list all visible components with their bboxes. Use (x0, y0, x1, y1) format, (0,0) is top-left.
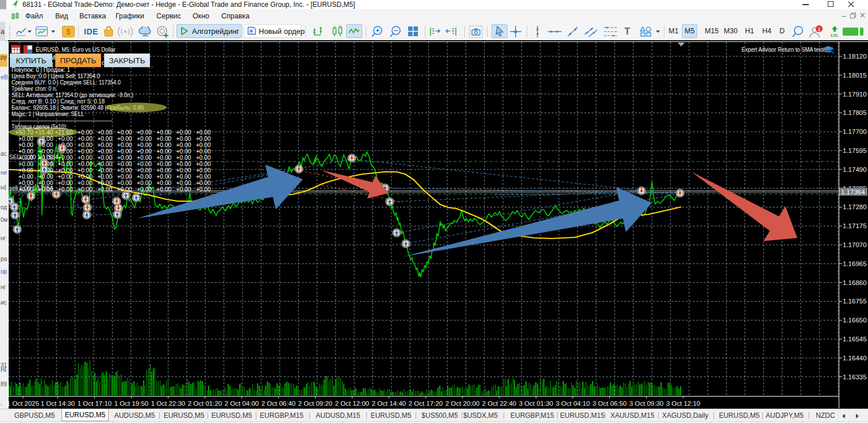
svg-text:3 Oct 12:10: 3 Oct 12:10 (666, 400, 700, 407)
svg-text:+0.00: +0.00 (39, 174, 53, 180)
svg-text:+0.00: +0.00 (176, 161, 191, 167)
svg-text:+0.00: +0.00 (117, 167, 132, 174)
svg-text:+0.00: +0.00 (58, 174, 73, 180)
svg-text:+0.00: +0.00 (196, 142, 211, 148)
svg-text:+0.00: +0.00 (58, 136, 73, 142)
svg-text:+0.00: +0.00 (176, 129, 191, 136)
svg-text:+0.00: +0.00 (78, 136, 93, 142)
svg-text:1.16755: 1.16755 (843, 298, 867, 305)
svg-text:1.18120: 1.18120 (843, 53, 867, 60)
svg-text:+0.00: +0.00 (97, 129, 112, 136)
svg-text:+0.00: +0.00 (117, 155, 132, 161)
svg-text:2 Oct 01:20: 2 Oct 01:20 (188, 400, 222, 407)
svg-text:1.16440: 1.16440 (843, 355, 867, 362)
svg-text:+0.00: +0.00 (196, 180, 211, 186)
svg-text:+0.00: +0.00 (97, 167, 112, 174)
svg-text:+0.00: +0.00 (156, 161, 171, 167)
svg-text:1 Oct 17:10: 1 Oct 17:10 (78, 400, 112, 407)
svg-text:+0.00: +0.00 (97, 161, 112, 167)
svg-text:+0.00: +0.00 (58, 180, 73, 186)
svg-text:+0.00: +0.00 (176, 167, 191, 174)
svg-text:+0.00: +0.00 (137, 167, 152, 174)
svg-text:+0.00: +0.00 (176, 186, 191, 193)
svg-text:+0.00: +0.00 (18, 136, 33, 142)
svg-text:+0.00: +0.00 (58, 155, 73, 161)
svg-text:1.17280: 1.17280 (843, 203, 867, 210)
svg-text:+0.00: +0.00 (58, 161, 73, 167)
svg-text:1 Oct 22:30: 1 Oct 22:30 (151, 400, 185, 407)
svg-text:+0.00: +0.00 (156, 155, 171, 161)
svg-text:+0.00: +0.00 (137, 155, 152, 161)
svg-text:+0.00: +0.00 (156, 174, 171, 180)
svg-text:1.17805: 1.17805 (843, 109, 867, 116)
svg-text:+0.00: +0.00 (196, 148, 211, 155)
svg-text:1 Oct 19:50: 1 Oct 19:50 (114, 400, 148, 407)
svg-text:+0.00: +0.00 (97, 155, 112, 161)
svg-text:+0.00: +0.00 (18, 174, 33, 180)
svg-text:+0.00: +0.00 (196, 174, 211, 180)
svg-text:+0.00: +0.00 (156, 180, 171, 186)
svg-text:3 Oct 04:10: 3 Oct 04:10 (556, 400, 590, 407)
svg-text:+0.00: +0.00 (78, 174, 93, 180)
svg-text:+0.00: +0.00 (97, 142, 112, 148)
svg-text:+0.00: +0.00 (156, 148, 171, 155)
svg-text:+0.00: +0.00 (137, 161, 152, 167)
svg-text:+0.00: +0.00 (117, 161, 132, 167)
svg-text:+0.00: +0.00 (176, 174, 191, 180)
svg-text:+0.00: +0.00 (117, 136, 132, 142)
svg-text:+0.00: +0.00 (196, 161, 211, 167)
svg-text:+0.00: +0.00 (176, 155, 191, 161)
svg-text:.: . (151, 62, 153, 68)
svg-text:2 Oct 09:20: 2 Oct 09:20 (298, 400, 332, 407)
svg-text:+0.00: +0.00 (176, 136, 191, 142)
svg-text:+0.00: +0.00 (137, 174, 152, 180)
svg-text:+0.00: +0.00 (117, 174, 132, 180)
svg-text:Expert Advisor Return to SMA t: Expert Advisor Return to SMA tester (742, 46, 828, 53)
svg-text:+0.00: +0.00 (176, 142, 191, 148)
svg-text:2 Oct 04:00: 2 Oct 04:00 (225, 400, 259, 407)
svg-text:+0.00: +0.00 (78, 148, 93, 155)
svg-text:+0.00: +0.00 (78, 155, 93, 161)
svg-text:+0.00: +0.00 (196, 186, 211, 193)
svg-text:+0.00: +0.00 (137, 148, 152, 155)
svg-text:1.17910: 1.17910 (843, 91, 867, 98)
svg-text:1 Oct 2025: 1 Oct 2025 (7, 400, 39, 407)
svg-text:+0.00: +0.00 (196, 167, 211, 174)
svg-text:+0.00: +0.00 (97, 180, 112, 186)
svg-text:Прибыль: 0.80: Прибыль: 0.80 (107, 104, 144, 111)
svg-text:+0.00: +0.00 (78, 129, 93, 136)
svg-text:1.16860: 1.16860 (843, 279, 867, 286)
svg-text:+0.00: +0.00 (176, 180, 191, 186)
svg-text:1.16335: 1.16335 (843, 374, 867, 380)
svg-text:1.17595: 1.17595 (843, 147, 867, 154)
svg-text:2 Oct 20:00: 2 Oct 20:00 (445, 400, 479, 407)
svg-text:+0.00: +0.00 (137, 129, 152, 136)
svg-text:2 Oct 12:00: 2 Oct 12:00 (335, 400, 369, 407)
svg-text:+0.00: +0.00 (78, 180, 93, 186)
svg-text:2 Oct 06:40: 2 Oct 06:40 (262, 400, 295, 407)
svg-text:+0.00: +0.00 (78, 142, 93, 148)
svg-text:+0.00: +0.00 (117, 180, 132, 186)
svg-text:+0.00: +0.00 (97, 174, 112, 180)
svg-text:+0.00: +0.00 (156, 167, 171, 174)
svg-text:1 Oct 14:30: 1 Oct 14:30 (41, 400, 75, 407)
svg-text:+0.00: +0.00 (196, 155, 211, 161)
svg-text:+0.00: +0.00 (156, 186, 171, 193)
svg-text:+0.00: +0.00 (156, 136, 171, 142)
svg-text:EURUSD, M5: Euro vs US Dollar: EURUSD, M5: Euro vs US Dollar (36, 46, 116, 53)
svg-text:3 Oct 01:30: 3 Oct 01:30 (519, 400, 553, 407)
svg-text:+0.00: +0.00 (156, 142, 171, 148)
svg-text:1.18015: 1.18015 (843, 72, 867, 79)
svg-text:+0.00: +0.00 (58, 167, 73, 174)
svg-text:+0.00: +0.00 (78, 161, 93, 167)
svg-text:+0.00: +0.00 (196, 129, 211, 136)
svg-text:2 Oct 22:40: 2 Oct 22:40 (482, 400, 516, 407)
svg-text:+0.00: +0.00 (97, 186, 112, 193)
svg-text:+0.00: +0.00 (78, 186, 93, 193)
svg-text:3 Oct 06:50: 3 Oct 06:50 (593, 400, 627, 407)
svg-text:+0.00: +0.00 (18, 142, 33, 148)
svg-text:+0.00: +0.00 (176, 148, 191, 155)
svg-text:+0.00: +0.00 (137, 136, 152, 142)
svg-text:1.17175: 1.17175 (843, 222, 867, 229)
svg-text:+15.40: +15.40 (35, 129, 53, 136)
